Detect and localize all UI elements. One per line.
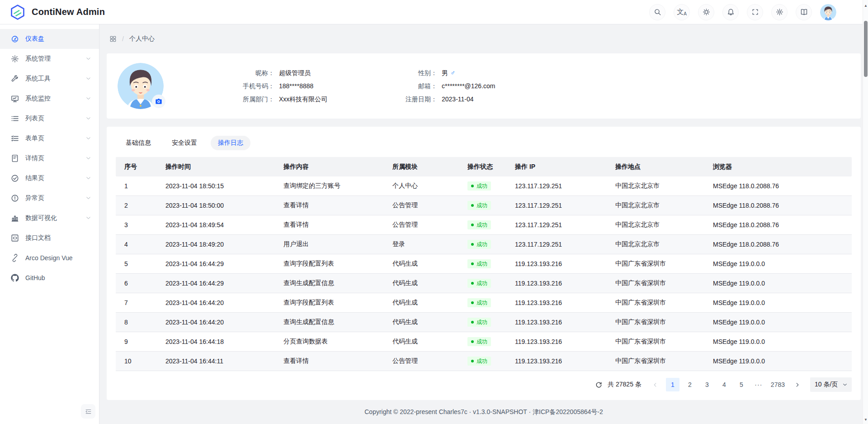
table-row: 12023-11-04 18:50:15查询绑定的三方账号个人中心成功123.1… — [116, 176, 852, 196]
table-cell: 公告管理 — [392, 357, 467, 365]
profile-field-value: c********@126.com — [442, 81, 495, 91]
table-cell: 2 — [124, 202, 165, 209]
app-logo[interactable]: ContiNew Admin — [9, 4, 105, 21]
app-title: ContiNew Admin — [32, 7, 105, 17]
table-row: 42023-11-04 18:49:20用户退出登录成功123.117.129.… — [116, 235, 852, 254]
status-dot-icon — [471, 204, 474, 207]
sidebar-item-system-management[interactable]: 系统管理 — [0, 49, 99, 69]
copyright-text: Copyright © 2022-present Charles7c · v1.… — [364, 408, 603, 416]
chevron-down-icon — [86, 115, 91, 122]
scrollbar-down-arrow[interactable]: ▼ — [863, 417, 868, 422]
fullscreen-icon — [751, 8, 759, 16]
page-button-2783[interactable]: 2783 — [769, 378, 787, 391]
table-cell: 中国北京北京市 — [615, 201, 713, 210]
table-cell: 登录 — [392, 240, 467, 248]
profile-field-label: 手机号码： — [207, 81, 274, 91]
refresh-button[interactable] — [595, 381, 602, 388]
table-cell: 用户退出 — [283, 240, 392, 248]
sidebar-item-github[interactable]: GitHub — [0, 268, 99, 288]
user-manual-button[interactable] — [796, 4, 812, 20]
table-cell-status: 成功 — [467, 318, 515, 327]
sidebar-item-label: 仪表盘 — [25, 35, 44, 43]
table-cell: MSEdge 118.0.2088.76 — [713, 182, 852, 190]
profile-field: 昵称： 超级管理员 — [207, 68, 369, 78]
notification-button[interactable] — [722, 4, 739, 20]
sidebar-item-api-docs[interactable]: 接口文档 — [0, 228, 99, 248]
page-button-3[interactable]: 3 — [700, 378, 714, 391]
table-column-header: 操作状态 — [467, 163, 515, 171]
table-cell: 分页查询数据表 — [283, 338, 392, 346]
table-cell: 代码生成 — [392, 260, 467, 268]
status-dot-icon — [471, 282, 474, 285]
sidebar-item-arco-design-vue[interactable]: Arco Design Vue — [0, 248, 99, 268]
profile-info: 昵称： 超级管理员 手机号码： 188****8888 所属部门： Xxx科技有… — [207, 68, 559, 104]
page-size-select[interactable]: 10 条/页 — [810, 377, 852, 392]
sidebar-item-label: 异常页 — [25, 194, 44, 202]
status-dot-icon — [471, 301, 474, 304]
scrollbar-up-arrow[interactable]: ▲ — [863, 3, 868, 8]
detail-icon — [11, 154, 19, 162]
pagination-ellipsis[interactable]: ··· — [752, 378, 765, 391]
page-button-2[interactable]: 2 — [683, 378, 697, 391]
profile-field-value: 188****8888 — [279, 81, 313, 91]
next-page-button[interactable] — [790, 378, 804, 391]
table-row: 102023-11-04 16:44:11查看详情公告管理成功119.123.1… — [116, 352, 852, 371]
sidebar-item-label: 接口文档 — [25, 234, 51, 242]
sidebar-item-data-visualization[interactable]: 数据可视化 — [0, 208, 99, 228]
chevron-right-icon — [795, 382, 800, 387]
table-cell: 7 — [124, 299, 165, 306]
sidebar-item-list-page[interactable]: 列表页 — [0, 109, 99, 129]
table-cell-status: 成功 — [467, 240, 515, 249]
status-badge: 成功 — [467, 220, 491, 229]
fullscreen-button[interactable] — [747, 4, 763, 20]
table-cell-status: 成功 — [467, 259, 515, 268]
table-cell-status: 成功 — [467, 181, 515, 191]
tabs: 基础信息 安全设置 操作日志 — [116, 136, 852, 150]
table-cell: 中国北京北京市 — [615, 182, 713, 190]
status-badge: 成功 — [467, 259, 491, 268]
user-avatar[interactable] — [820, 4, 836, 20]
table-cell: 123.117.129.251 — [515, 221, 615, 229]
change-avatar-button[interactable] — [152, 95, 165, 108]
table-cell: 119.123.193.216 — [515, 319, 615, 326]
table-cell: 119.123.193.216 — [515, 338, 615, 345]
page-button-5[interactable]: 5 — [735, 378, 748, 391]
breadcrumb-current: 个人中心 — [129, 35, 155, 43]
table-column-header: 操作内容 — [283, 163, 392, 171]
settings-button[interactable] — [771, 4, 788, 20]
scrollbar-thumb[interactable] — [864, 21, 868, 77]
table-row: 92023-11-04 16:44:18分页查询数据表代码生成成功119.123… — [116, 332, 852, 352]
sidebar-item-dashboard[interactable]: 仪表盘 — [0, 29, 99, 49]
collapse-sidebar-button[interactable] — [81, 404, 95, 419]
theme-light-button[interactable] — [698, 4, 714, 20]
table-row: 52023-11-04 16:44:29查询字段配置列表代码生成成功119.12… — [116, 254, 852, 274]
menu-fold-icon — [85, 408, 92, 415]
tab-basic-info[interactable]: 基础信息 — [118, 136, 158, 150]
sidebar-item-system-tools[interactable]: 系统工具 — [0, 69, 99, 89]
prev-page-button[interactable] — [649, 378, 662, 391]
tab-card: 基础信息 安全设置 操作日志 序号操作时间操作内容所属模块操作状态操作 IP操作… — [107, 127, 861, 400]
sidebar-item-detail-page[interactable]: 详情页 — [0, 148, 99, 168]
table-cell: MSEdge 119.0.0.0 — [713, 338, 852, 345]
table-cell: 查看详情 — [283, 221, 392, 229]
chevron-down-icon — [843, 382, 847, 387]
sidebar-item-exception-page[interactable]: 异常页 — [0, 188, 99, 208]
tab-operation-log[interactable]: 操作日志 — [211, 136, 250, 150]
table-cell: 119.123.193.216 — [515, 299, 615, 306]
sidebar-item-form-page[interactable]: 表单页 — [0, 129, 99, 148]
breadcrumb-separator: / — [122, 35, 124, 43]
profile-field-label: 昵称： — [207, 68, 274, 78]
page-button-1[interactable]: 1 — [666, 378, 679, 391]
tab-security-settings[interactable]: 安全设置 — [165, 136, 204, 150]
list-icon — [11, 114, 19, 123]
page-button-4[interactable]: 4 — [717, 378, 731, 391]
sidebar-item-system-monitor[interactable]: 系统监控 — [0, 89, 99, 109]
search-button[interactable] — [649, 4, 665, 20]
table-cell-status: 成功 — [467, 220, 515, 229]
translate-button[interactable]: 文A — [674, 4, 690, 20]
apps-grid-icon[interactable] — [109, 35, 117, 43]
table-cell: 查询生成配置信息 — [283, 318, 392, 326]
sidebar-item-result-page[interactable]: 结果页 — [0, 168, 99, 188]
pagination-total: 共 27825 条 — [608, 381, 642, 389]
profile-field-value: 超级管理员 — [279, 68, 311, 78]
